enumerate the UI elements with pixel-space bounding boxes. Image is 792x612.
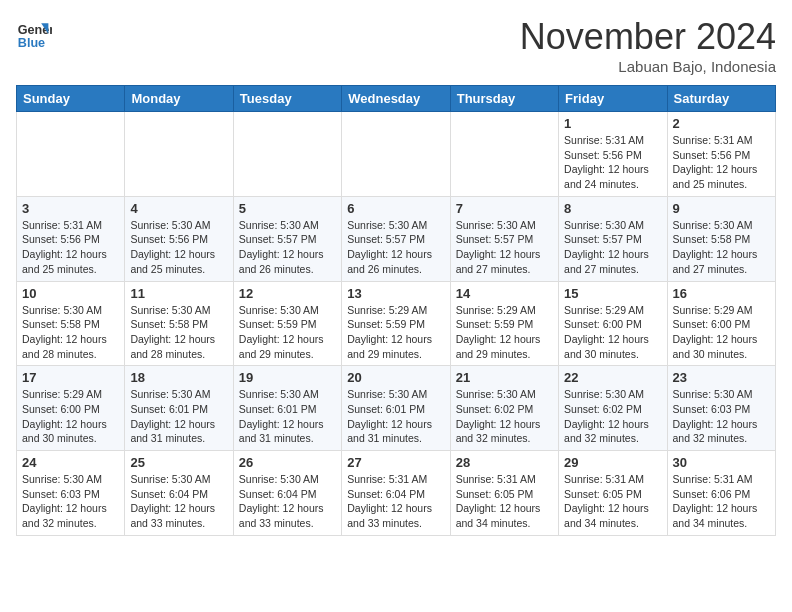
day-info: Sunrise: 5:30 AM Sunset: 6:02 PM Dayligh… — [564, 387, 661, 446]
weekday-saturday: Saturday — [667, 86, 775, 112]
day-number: 5 — [239, 201, 336, 216]
calendar-cell — [233, 112, 341, 197]
calendar-body: 1Sunrise: 5:31 AM Sunset: 5:56 PM Daylig… — [17, 112, 776, 536]
day-info: Sunrise: 5:30 AM Sunset: 6:01 PM Dayligh… — [239, 387, 336, 446]
day-info: Sunrise: 5:29 AM Sunset: 6:00 PM Dayligh… — [564, 303, 661, 362]
day-info: Sunrise: 5:31 AM Sunset: 5:56 PM Dayligh… — [564, 133, 661, 192]
day-number: 30 — [673, 455, 770, 470]
day-number: 20 — [347, 370, 444, 385]
day-info: Sunrise: 5:29 AM Sunset: 6:00 PM Dayligh… — [673, 303, 770, 362]
week-row-2: 3Sunrise: 5:31 AM Sunset: 5:56 PM Daylig… — [17, 196, 776, 281]
day-info: Sunrise: 5:31 AM Sunset: 5:56 PM Dayligh… — [673, 133, 770, 192]
day-number: 6 — [347, 201, 444, 216]
calendar-cell: 5Sunrise: 5:30 AM Sunset: 5:57 PM Daylig… — [233, 196, 341, 281]
calendar-cell: 2Sunrise: 5:31 AM Sunset: 5:56 PM Daylig… — [667, 112, 775, 197]
calendar-cell: 21Sunrise: 5:30 AM Sunset: 6:02 PM Dayli… — [450, 366, 558, 451]
calendar-cell: 19Sunrise: 5:30 AM Sunset: 6:01 PM Dayli… — [233, 366, 341, 451]
day-number: 2 — [673, 116, 770, 131]
day-info: Sunrise: 5:30 AM Sunset: 6:04 PM Dayligh… — [130, 472, 227, 531]
day-number: 10 — [22, 286, 119, 301]
calendar-cell: 17Sunrise: 5:29 AM Sunset: 6:00 PM Dayli… — [17, 366, 125, 451]
day-number: 11 — [130, 286, 227, 301]
calendar-cell — [342, 112, 450, 197]
weekday-sunday: Sunday — [17, 86, 125, 112]
logo: General Blue — [16, 16, 52, 52]
logo-icon: General Blue — [16, 16, 52, 52]
calendar-cell: 4Sunrise: 5:30 AM Sunset: 5:56 PM Daylig… — [125, 196, 233, 281]
weekday-thursday: Thursday — [450, 86, 558, 112]
calendar-cell: 10Sunrise: 5:30 AM Sunset: 5:58 PM Dayli… — [17, 281, 125, 366]
day-info: Sunrise: 5:30 AM Sunset: 5:57 PM Dayligh… — [239, 218, 336, 277]
weekday-wednesday: Wednesday — [342, 86, 450, 112]
day-info: Sunrise: 5:30 AM Sunset: 6:03 PM Dayligh… — [673, 387, 770, 446]
day-number: 3 — [22, 201, 119, 216]
day-number: 8 — [564, 201, 661, 216]
day-info: Sunrise: 5:30 AM Sunset: 6:01 PM Dayligh… — [130, 387, 227, 446]
week-row-4: 17Sunrise: 5:29 AM Sunset: 6:00 PM Dayli… — [17, 366, 776, 451]
calendar-cell: 7Sunrise: 5:30 AM Sunset: 5:57 PM Daylig… — [450, 196, 558, 281]
calendar-cell: 18Sunrise: 5:30 AM Sunset: 6:01 PM Dayli… — [125, 366, 233, 451]
calendar-cell: 8Sunrise: 5:30 AM Sunset: 5:57 PM Daylig… — [559, 196, 667, 281]
calendar-cell — [450, 112, 558, 197]
calendar-cell: 30Sunrise: 5:31 AM Sunset: 6:06 PM Dayli… — [667, 451, 775, 536]
day-info: Sunrise: 5:31 AM Sunset: 6:05 PM Dayligh… — [564, 472, 661, 531]
calendar-cell: 25Sunrise: 5:30 AM Sunset: 6:04 PM Dayli… — [125, 451, 233, 536]
calendar: SundayMondayTuesdayWednesdayThursdayFrid… — [16, 85, 776, 536]
weekday-tuesday: Tuesday — [233, 86, 341, 112]
week-row-1: 1Sunrise: 5:31 AM Sunset: 5:56 PM Daylig… — [17, 112, 776, 197]
day-number: 13 — [347, 286, 444, 301]
location: Labuan Bajo, Indonesia — [520, 58, 776, 75]
weekday-header-row: SundayMondayTuesdayWednesdayThursdayFrid… — [17, 86, 776, 112]
day-number: 23 — [673, 370, 770, 385]
calendar-cell: 28Sunrise: 5:31 AM Sunset: 6:05 PM Dayli… — [450, 451, 558, 536]
day-number: 1 — [564, 116, 661, 131]
svg-text:Blue: Blue — [18, 36, 45, 50]
calendar-cell: 26Sunrise: 5:30 AM Sunset: 6:04 PM Dayli… — [233, 451, 341, 536]
calendar-cell — [17, 112, 125, 197]
day-number: 18 — [130, 370, 227, 385]
calendar-cell: 14Sunrise: 5:29 AM Sunset: 5:59 PM Dayli… — [450, 281, 558, 366]
calendar-cell: 3Sunrise: 5:31 AM Sunset: 5:56 PM Daylig… — [17, 196, 125, 281]
day-number: 29 — [564, 455, 661, 470]
day-number: 19 — [239, 370, 336, 385]
day-number: 15 — [564, 286, 661, 301]
day-info: Sunrise: 5:30 AM Sunset: 6:04 PM Dayligh… — [239, 472, 336, 531]
month-title: November 2024 — [520, 16, 776, 58]
page-header: General Blue November 2024 Labuan Bajo, … — [16, 16, 776, 75]
week-row-5: 24Sunrise: 5:30 AM Sunset: 6:03 PM Dayli… — [17, 451, 776, 536]
day-info: Sunrise: 5:30 AM Sunset: 5:57 PM Dayligh… — [347, 218, 444, 277]
calendar-cell: 24Sunrise: 5:30 AM Sunset: 6:03 PM Dayli… — [17, 451, 125, 536]
day-number: 21 — [456, 370, 553, 385]
calendar-cell: 9Sunrise: 5:30 AM Sunset: 5:58 PM Daylig… — [667, 196, 775, 281]
calendar-cell: 27Sunrise: 5:31 AM Sunset: 6:04 PM Dayli… — [342, 451, 450, 536]
day-number: 12 — [239, 286, 336, 301]
day-info: Sunrise: 5:31 AM Sunset: 5:56 PM Dayligh… — [22, 218, 119, 277]
weekday-monday: Monday — [125, 86, 233, 112]
day-info: Sunrise: 5:30 AM Sunset: 5:58 PM Dayligh… — [22, 303, 119, 362]
day-info: Sunrise: 5:29 AM Sunset: 5:59 PM Dayligh… — [347, 303, 444, 362]
calendar-cell: 29Sunrise: 5:31 AM Sunset: 6:05 PM Dayli… — [559, 451, 667, 536]
day-number: 14 — [456, 286, 553, 301]
day-number: 9 — [673, 201, 770, 216]
day-number: 25 — [130, 455, 227, 470]
day-number: 22 — [564, 370, 661, 385]
weekday-friday: Friday — [559, 86, 667, 112]
day-number: 28 — [456, 455, 553, 470]
calendar-cell: 6Sunrise: 5:30 AM Sunset: 5:57 PM Daylig… — [342, 196, 450, 281]
day-number: 24 — [22, 455, 119, 470]
day-number: 4 — [130, 201, 227, 216]
day-info: Sunrise: 5:30 AM Sunset: 5:58 PM Dayligh… — [673, 218, 770, 277]
calendar-cell: 11Sunrise: 5:30 AM Sunset: 5:58 PM Dayli… — [125, 281, 233, 366]
calendar-cell: 23Sunrise: 5:30 AM Sunset: 6:03 PM Dayli… — [667, 366, 775, 451]
day-number: 27 — [347, 455, 444, 470]
day-info: Sunrise: 5:29 AM Sunset: 6:00 PM Dayligh… — [22, 387, 119, 446]
calendar-cell: 15Sunrise: 5:29 AM Sunset: 6:00 PM Dayli… — [559, 281, 667, 366]
day-number: 7 — [456, 201, 553, 216]
day-info: Sunrise: 5:30 AM Sunset: 6:03 PM Dayligh… — [22, 472, 119, 531]
day-number: 17 — [22, 370, 119, 385]
calendar-cell — [125, 112, 233, 197]
day-info: Sunrise: 5:29 AM Sunset: 5:59 PM Dayligh… — [456, 303, 553, 362]
calendar-cell: 20Sunrise: 5:30 AM Sunset: 6:01 PM Dayli… — [342, 366, 450, 451]
day-info: Sunrise: 5:30 AM Sunset: 5:58 PM Dayligh… — [130, 303, 227, 362]
day-number: 16 — [673, 286, 770, 301]
